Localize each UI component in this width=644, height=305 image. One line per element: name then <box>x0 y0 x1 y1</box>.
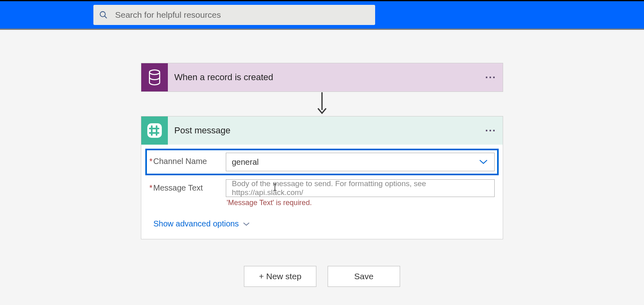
database-icon <box>141 63 168 91</box>
svg-point-2 <box>149 70 160 75</box>
message-text-placeholder: Body of the message to send. For formatt… <box>232 179 489 197</box>
trigger-menu-icon[interactable]: ··· <box>479 71 503 84</box>
trigger-header[interactable]: When a record is created ··· <box>141 63 503 91</box>
slack-hash-icon <box>141 116 168 145</box>
chevron-down-icon <box>243 219 250 228</box>
trigger-title: When a record is created <box>168 72 479 83</box>
action-header[interactable]: Post message ··· <box>141 116 503 145</box>
footer-buttons: + New step Save <box>244 266 400 287</box>
search-box[interactable] <box>93 5 375 25</box>
svg-rect-4 <box>147 123 162 138</box>
message-text-row: *Message Text Body of the message to sen… <box>145 177 499 210</box>
search-input[interactable] <box>115 10 369 20</box>
channel-name-value: general <box>232 158 259 167</box>
message-text-label: *Message Text <box>149 183 203 192</box>
top-bar <box>0 0 644 30</box>
message-text-error: 'Message Text' is required. <box>226 199 495 207</box>
action-body: *Channel Name general <box>141 145 503 239</box>
action-menu-icon[interactable]: ··· <box>479 124 503 137</box>
connector-arrow-icon <box>316 92 328 116</box>
channel-name-row: *Channel Name general <box>145 149 499 175</box>
show-advanced-options-link[interactable]: Show advanced options <box>153 219 250 228</box>
message-text-input[interactable]: Body of the message to send. For formatt… <box>226 179 495 197</box>
save-button[interactable]: Save <box>328 266 400 287</box>
svg-point-0 <box>100 12 105 17</box>
advanced-options-label: Show advanced options <box>153 219 239 228</box>
channel-name-select[interactable]: general <box>226 153 495 171</box>
svg-line-1 <box>105 16 107 19</box>
search-icon <box>99 10 108 19</box>
new-step-button[interactable]: + New step <box>244 266 316 287</box>
trigger-card[interactable]: When a record is created ··· <box>141 63 503 92</box>
channel-name-label: *Channel Name <box>149 157 207 166</box>
chevron-down-icon <box>479 158 488 167</box>
action-title: Post message <box>168 125 479 136</box>
action-card: Post message ··· *Channel Name general <box>141 116 503 239</box>
flow-canvas: When a record is created ··· <box>0 30 644 287</box>
